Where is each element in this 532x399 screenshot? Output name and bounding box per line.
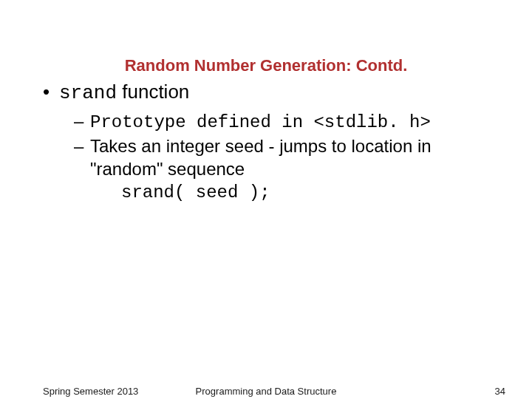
slide-content: •srand function – Prototype defined in <…	[43, 80, 502, 202]
footer-right: 34	[495, 386, 505, 397]
dash-icon: –	[74, 110, 90, 134]
sub1-body: Prototype defined in <stdlib. h>	[90, 110, 502, 134]
bullet-level2: – Takes an integer seed - jumps to locat…	[74, 135, 502, 180]
bullet-level1: •srand function	[43, 80, 502, 106]
bullet-level2: – Prototype defined in <stdlib. h>	[74, 110, 502, 134]
bullet-text: function	[117, 81, 189, 103]
sub1-prefix: Prototype defined in	[90, 112, 313, 132]
slide-title: Random Number Generation: Contd.	[0, 56, 532, 75]
dash-icon: –	[74, 135, 90, 180]
sub-bullets: – Prototype defined in <stdlib. h> – Tak…	[74, 110, 502, 202]
sub2-text: Takes an integer seed - jumps to locatio…	[90, 135, 502, 180]
sub1-code: <stdlib. h>	[313, 112, 430, 132]
bullet-code: srand	[59, 82, 117, 104]
footer-mid: Programming and Data Structure	[0, 386, 532, 397]
slide: Random Number Generation: Contd. •srand …	[0, 0, 532, 399]
bullet-dot-icon: •	[43, 80, 59, 104]
code-line: srand( seed );	[121, 183, 502, 202]
